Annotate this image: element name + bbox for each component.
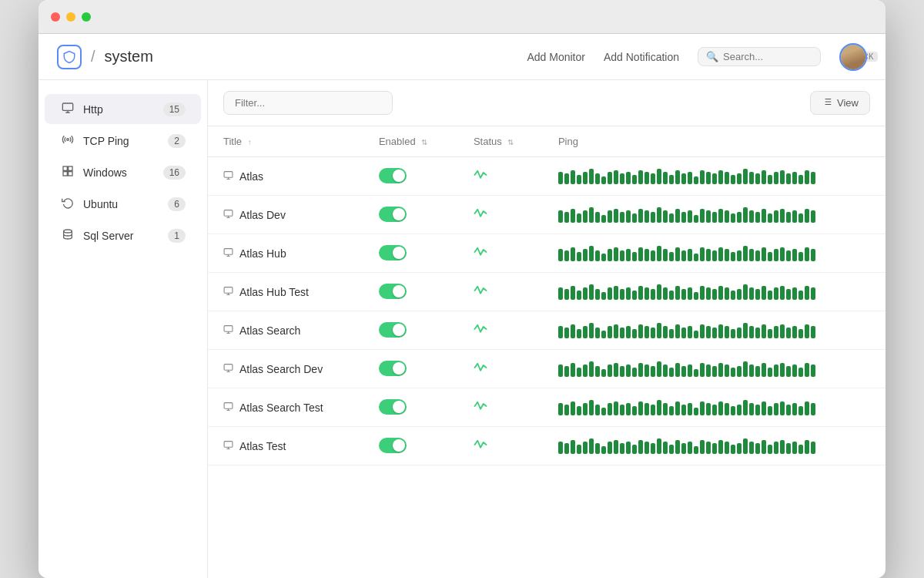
ping-bar bbox=[731, 213, 735, 223]
ping-bar bbox=[638, 170, 643, 184]
ping-bars bbox=[558, 246, 870, 261]
ping-bar bbox=[663, 403, 668, 415]
table-row[interactable]: Atlas Dev bbox=[208, 196, 886, 234]
table-row[interactable]: Atlas Hub Test bbox=[208, 273, 886, 311]
ping-bar bbox=[681, 443, 686, 454]
cell-enabled[interactable] bbox=[363, 350, 458, 388]
monitor-icon bbox=[223, 324, 233, 337]
toggle-switch[interactable] bbox=[379, 399, 407, 415]
ping-bar bbox=[768, 329, 772, 338]
ping-bar bbox=[651, 328, 655, 338]
sidebar-item-sql-server[interactable]: Sql Server 1 bbox=[45, 220, 201, 250]
ping-bar bbox=[657, 246, 661, 261]
cell-status bbox=[458, 196, 543, 234]
ping-bar bbox=[743, 323, 748, 338]
avatar[interactable] bbox=[839, 43, 867, 71]
table-row[interactable]: Atlas Search Dev bbox=[208, 350, 886, 388]
ping-bar bbox=[755, 289, 760, 300]
ping-bar bbox=[558, 365, 563, 377]
ping-bar bbox=[762, 402, 766, 415]
status-icon bbox=[474, 170, 487, 183]
ping-bar bbox=[595, 289, 600, 300]
col-title[interactable]: Title ↑ bbox=[208, 126, 363, 157]
toggle-switch[interactable] bbox=[379, 207, 407, 222]
ping-bar bbox=[558, 442, 563, 454]
toggle-switch[interactable] bbox=[379, 438, 407, 453]
ping-bar bbox=[614, 363, 618, 377]
ping-bar bbox=[694, 215, 698, 223]
ping-bar bbox=[755, 405, 760, 415]
ping-bar bbox=[700, 440, 705, 454]
cell-enabled[interactable] bbox=[363, 234, 458, 273]
view-button[interactable]: View bbox=[810, 91, 870, 115]
add-monitor-button[interactable]: Add Monitor bbox=[527, 51, 584, 63]
toggle-switch[interactable] bbox=[379, 284, 407, 299]
ping-bar bbox=[743, 439, 748, 454]
ping-bar bbox=[571, 286, 575, 300]
ping-bar bbox=[805, 286, 809, 300]
toggle-switch[interactable] bbox=[379, 322, 407, 338]
ping-bar bbox=[786, 443, 791, 454]
ping-bar bbox=[595, 250, 600, 261]
sidebar-item-tcp-ping[interactable]: TCP Ping 2 bbox=[45, 126, 201, 156]
search-input[interactable] bbox=[723, 51, 852, 62]
ping-bar bbox=[663, 442, 668, 454]
col-status[interactable]: Status ⇅ bbox=[458, 126, 543, 157]
col-enabled[interactable]: Enabled ⇅ bbox=[363, 126, 458, 157]
sidebar-item-http[interactable]: Http 15 bbox=[45, 94, 201, 124]
sidebar-badge-tcp: 2 bbox=[168, 134, 186, 148]
ping-bar bbox=[762, 363, 766, 377]
maximize-button[interactable] bbox=[82, 12, 91, 22]
toggle-switch[interactable] bbox=[379, 245, 407, 260]
minimize-button[interactable] bbox=[66, 12, 75, 22]
ping-bar bbox=[694, 176, 698, 184]
ping-bar bbox=[688, 442, 692, 454]
ping-bar bbox=[571, 209, 575, 223]
table-row[interactable]: Atlas bbox=[208, 157, 886, 196]
cell-enabled[interactable] bbox=[363, 273, 458, 311]
search-box[interactable]: 🔍 ⌘K bbox=[698, 47, 821, 66]
ping-bar bbox=[743, 207, 748, 223]
ping-bar bbox=[755, 366, 760, 377]
ping-bar bbox=[663, 326, 668, 338]
ping-bar bbox=[718, 324, 723, 338]
ping-bar bbox=[626, 172, 631, 184]
ping-bar bbox=[583, 172, 588, 184]
ping-bar bbox=[620, 173, 624, 184]
table-row[interactable]: Atlas Search Test bbox=[208, 388, 886, 427]
svg-rect-35 bbox=[224, 441, 233, 447]
ping-bar bbox=[731, 445, 735, 454]
toggle-switch[interactable] bbox=[379, 168, 407, 183]
monitor-icon bbox=[223, 209, 233, 221]
ping-bar bbox=[737, 289, 742, 300]
ping-bar bbox=[725, 172, 729, 184]
sidebar-item-windows[interactable]: Windows 16 bbox=[45, 157, 201, 187]
ping-bar bbox=[675, 286, 680, 300]
cell-enabled[interactable] bbox=[363, 196, 458, 234]
close-button[interactable] bbox=[51, 12, 60, 22]
ping-bar bbox=[706, 365, 711, 377]
ping-bar bbox=[583, 442, 588, 454]
table-row[interactable]: Atlas Hub bbox=[208, 234, 886, 273]
filter-input[interactable] bbox=[223, 91, 393, 115]
ping-bar bbox=[706, 442, 711, 454]
cell-enabled[interactable] bbox=[363, 427, 458, 465]
ping-bar bbox=[749, 326, 754, 338]
cell-enabled[interactable] bbox=[363, 157, 458, 196]
cell-name: Atlas bbox=[208, 157, 363, 196]
ping-bar bbox=[608, 403, 612, 415]
ping-bar bbox=[595, 443, 600, 454]
ping-bar bbox=[762, 247, 766, 261]
toggle-switch[interactable] bbox=[379, 361, 407, 376]
ping-bar bbox=[614, 209, 618, 223]
sidebar-item-ubuntu[interactable]: Ubuntu 6 bbox=[45, 189, 201, 219]
table-row[interactable]: Atlas Search bbox=[208, 311, 886, 350]
cell-enabled[interactable] bbox=[363, 388, 458, 427]
add-notification-button[interactable]: Add Notification bbox=[604, 51, 679, 63]
monitor-name-text: Atlas Dev bbox=[239, 209, 286, 221]
ping-bar bbox=[620, 443, 624, 454]
ping-bar bbox=[811, 172, 815, 184]
table-row[interactable]: Atlas Test bbox=[208, 427, 886, 465]
cell-enabled[interactable] bbox=[363, 311, 458, 350]
ping-bar bbox=[583, 326, 588, 338]
